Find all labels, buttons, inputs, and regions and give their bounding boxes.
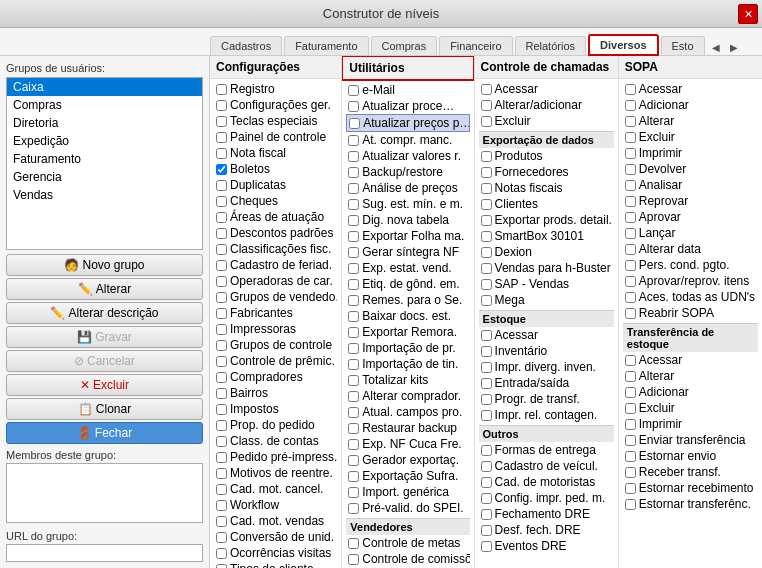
list-item[interactable]: Aprovar/reprov. itens [623, 273, 758, 289]
list-item[interactable]: Class. de contas [214, 433, 337, 449]
tab-scroll-left[interactable]: ◀ [707, 40, 725, 55]
list-item[interactable]: Adicionar [623, 384, 758, 400]
list-item[interactable]: Cheques [214, 193, 337, 209]
list-item[interactable]: Gerar síntegra NF [346, 244, 469, 260]
list-item[interactable]: Enviar transferência [623, 432, 758, 448]
list-item[interactable]: Tipos de cliente [214, 561, 337, 568]
list-item[interactable]: Dig. nova tabela [346, 212, 469, 228]
list-item[interactable]: Excluir [479, 113, 614, 129]
list-item[interactable]: Progr. de transf. [479, 391, 614, 407]
list-item[interactable]: Analisar [623, 177, 758, 193]
list-item[interactable]: Estornar recebimento [623, 480, 758, 496]
configuracoes-content[interactable]: Registro Configurações ger. Teclas espec… [210, 79, 341, 568]
utilitarios-content[interactable]: e-Mail Atualizar proce… Atualizar preços… [342, 80, 473, 568]
close-button[interactable]: ✕ [738, 4, 758, 24]
members-list[interactable] [6, 463, 203, 523]
list-item[interactable]: Remes. para o Se. [346, 292, 469, 308]
list-item[interactable]: Clientes [479, 196, 614, 212]
list-item[interactable]: Controle de comissões [346, 551, 469, 567]
group-item-faturamento[interactable]: Faturamento [7, 150, 202, 168]
list-item[interactable]: Pers. cond. pgto. [623, 257, 758, 273]
group-item-compras[interactable]: Compras [7, 96, 202, 114]
list-item[interactable]: Inventário [479, 343, 614, 359]
list-item[interactable]: Fornecedores [479, 164, 614, 180]
list-item[interactable]: Importação de tin. [346, 356, 469, 372]
list-item[interactable]: Configurações ger. [214, 97, 337, 113]
tab-relatorios[interactable]: Relatórios [515, 36, 587, 55]
list-item[interactable]: Desf. fech. DRE [479, 522, 614, 538]
list-item[interactable]: Baixar docs. est. [346, 308, 469, 324]
list-item[interactable]: Acessar [479, 327, 614, 343]
list-item-highlighted[interactable]: Atualizar preços p… [346, 114, 469, 132]
list-item[interactable]: Impressoras [214, 321, 337, 337]
list-item[interactable]: Grupos de controle [214, 337, 337, 353]
list-item[interactable]: Formas de entrega [479, 442, 614, 458]
list-item[interactable]: Aprovar [623, 209, 758, 225]
list-item[interactable]: Exportação Sufra. [346, 468, 469, 484]
list-item[interactable]: Motivos de reentre. [214, 465, 337, 481]
list-item[interactable]: Pré-valid. do SPEI. [346, 500, 469, 516]
list-item[interactable]: Importação de pr. [346, 340, 469, 356]
group-item-diretoria[interactable]: Diretoria [7, 114, 202, 132]
tab-compras[interactable]: Compras [371, 36, 438, 55]
list-item[interactable]: Acessar [623, 81, 758, 97]
list-item[interactable]: Receber transf. [623, 464, 758, 480]
list-item[interactable]: Controle de prêmic. [214, 353, 337, 369]
list-item[interactable]: Exp. estat. vend. [346, 260, 469, 276]
list-item[interactable]: Cadastro de veícul. [479, 458, 614, 474]
new-group-button[interactable]: 🧑 Novo grupo [6, 254, 203, 276]
list-item[interactable]: Reprovar [623, 193, 758, 209]
list-item[interactable]: Estornar transferênc. [623, 496, 758, 512]
list-item[interactable]: Produtos [479, 148, 614, 164]
list-item[interactable]: Classificações fisc. [214, 241, 337, 257]
list-item[interactable]: Exportar Remora. [346, 324, 469, 340]
list-item[interactable]: Totalizar kits [346, 372, 469, 388]
tab-cadastros[interactable]: Cadastros [210, 36, 282, 55]
close-window-button[interactable]: 🚪 Fechar [6, 422, 203, 444]
list-item[interactable]: Registro [214, 81, 337, 97]
list-item[interactable]: Impr. rel. contagen. [479, 407, 614, 423]
list-item[interactable]: Aces. todas as UDN's [623, 289, 758, 305]
list-item[interactable]: Descontos padrões [214, 225, 337, 241]
list-item[interactable]: Estornar envio [623, 448, 758, 464]
tab-financeiro[interactable]: Financeiro [439, 36, 512, 55]
groups-list[interactable]: Caixa Compras Diretoria Expedição Fatura… [6, 77, 203, 250]
list-item[interactable]: Exportar Folha ma. [346, 228, 469, 244]
list-item[interactable]: Controle de metas [346, 535, 469, 551]
list-item[interactable]: Reabrir SOPA [623, 305, 758, 321]
list-item[interactable]: Config. impr. ped. m. [479, 490, 614, 506]
list-item[interactable]: e-Mail [346, 82, 469, 98]
save-button[interactable]: 💾 Gravar [6, 326, 203, 348]
alter-desc-button[interactable]: ✏️ Alterar descrição [6, 302, 203, 324]
list-item[interactable]: Prop. do pedido [214, 417, 337, 433]
list-item[interactable]: Etiq. de gônd. em. [346, 276, 469, 292]
url-input[interactable] [6, 544, 203, 562]
controle-chamadas-content[interactable]: Acessar Alterar/adicionar Excluir Export… [475, 79, 618, 568]
list-item[interactable]: Impr. diverg. inven. [479, 359, 614, 375]
list-item[interactable]: Exportar prods. detail. [479, 212, 614, 228]
sopa-content[interactable]: Acessar Adicionar Alterar Excluir Imprim… [619, 79, 762, 568]
list-item[interactable]: Devolver [623, 161, 758, 177]
tab-faturamento[interactable]: Faturamento [284, 36, 368, 55]
list-item[interactable]: Cadastro de feriad. [214, 257, 337, 273]
list-item[interactable]: Atual. campos pro. [346, 404, 469, 420]
list-item[interactable]: Restaurar backup [346, 420, 469, 436]
list-item[interactable]: Conversão de unid. [214, 529, 337, 545]
list-item[interactable]: Imprimir [623, 145, 758, 161]
list-item[interactable]: SmartBox 30101 [479, 228, 614, 244]
list-item[interactable]: Workflow [214, 497, 337, 513]
list-item[interactable]: Atualizar proce… [346, 98, 469, 114]
list-item[interactable]: Mega [479, 292, 614, 308]
list-item[interactable]: Áreas de atuação [214, 209, 337, 225]
cancel-button[interactable]: ⊘ Cancelar [6, 350, 203, 372]
list-item[interactable]: Gerador exportaç. [346, 452, 469, 468]
list-item[interactable]: At. compr. manc. [346, 132, 469, 148]
list-item[interactable]: Cad. mot. vendas [214, 513, 337, 529]
list-item[interactable]: SAP - Vendas [479, 276, 614, 292]
list-item[interactable]: Atualizar valores r. [346, 148, 469, 164]
list-item[interactable]: Impostos [214, 401, 337, 417]
group-item-caixa[interactable]: Caixa [7, 78, 202, 96]
list-item[interactable]: Análise de preços [346, 180, 469, 196]
alter-button[interactable]: ✏️ Alterar [6, 278, 203, 300]
list-item[interactable]: Dexion [479, 244, 614, 260]
